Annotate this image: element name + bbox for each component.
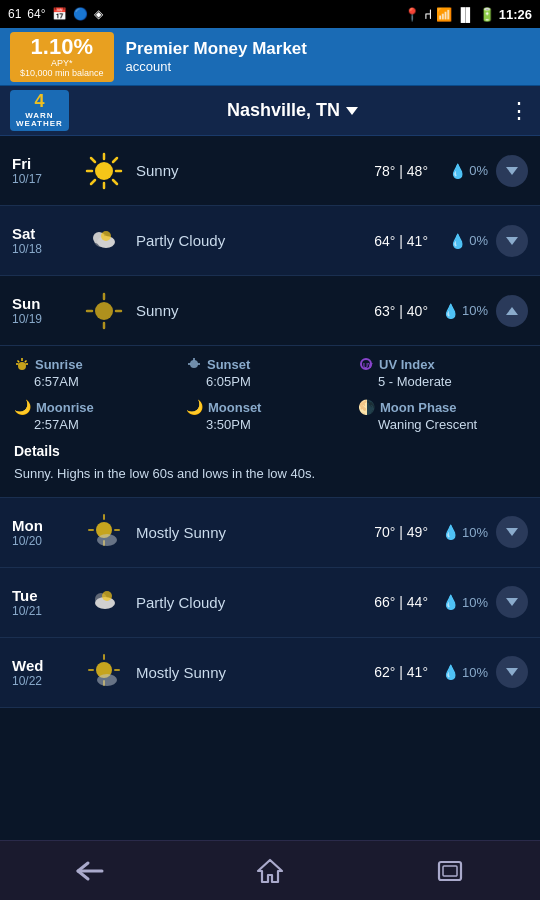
forecast-condition-sat: Partly Cloudy [136,232,374,249]
drop-icon-mon: 💧 [442,524,459,540]
forecast-date-wed: Wed 10/22 [12,657,72,688]
chevron-sat[interactable] [496,225,528,257]
forecast-datestr-mon: 10/20 [12,534,72,548]
status-calendar: 📅 [52,7,67,21]
svg-line-7 [113,158,117,162]
detail-moonrise: 🌙 Moonrise 2:57AM [14,399,182,432]
detail-text-section: Details Sunny. Highs in the low 60s and … [14,442,526,483]
forecast-row-wed[interactable]: Wed 10/22 Mostly Sunny 62° | 41° 💧 10% [0,638,540,708]
svg-line-8 [91,180,95,184]
forecast-datestr-sun: 10/19 [12,312,72,326]
drop-icon-tue: 💧 [442,594,459,610]
forecast-row-fri[interactable]: Fri 10/17 Sunny 78° | 48° [0,136,540,206]
chevron-sun[interactable] [496,295,528,327]
drop-icon-wed: 💧 [442,664,459,680]
forecast-icon-tue [80,578,128,626]
forecast-condition-wed: Mostly Sunny [136,664,374,681]
header-menu-button[interactable]: ⋮ [508,98,530,124]
detail-uv: UV UV Index 5 - Moderate [358,356,526,389]
chevron-tue[interactable] [496,586,528,618]
status-battery-icon: 🔋 [479,7,495,22]
status-right: 📍 ⑁ 📶 ▐▌ 🔋 11:26 [404,7,532,22]
svg-line-23 [25,361,27,363]
moon-phase-icon: 🌗 [358,399,375,415]
sunset-label-row: Sunset [186,356,250,372]
status-wifi-icon: 📶 [436,7,452,22]
status-bt-icon: ⑁ [424,7,432,22]
sunrise-label: Sunrise [35,357,83,372]
svg-point-38 [102,591,112,601]
app-header: 4 WARN WEATHER Nashville, TN ⋮ [0,86,540,136]
chevron-mon[interactable] [496,516,528,548]
uv-icon: UV [358,356,374,372]
logo-weather: WEATHER [16,120,63,129]
svg-point-18 [18,362,26,370]
chevron-wed[interactable] [496,656,528,688]
chevron-down-icon [506,237,518,245]
svg-point-44 [97,674,117,686]
city-dropdown-arrow[interactable] [346,107,358,115]
status-signal-icon: ▐▌ [456,7,474,22]
ad-banner[interactable]: 1.10% APY* $10,000 min balance Premier M… [0,28,540,86]
uv-label-row: UV UV Index [358,356,435,372]
forecast-row-sun[interactable]: Sun 10/19 Sunny 63° | 40° 💧 10% [0,276,540,346]
sunrise-label-row: Sunrise [14,356,83,372]
moon-phase-label: Moon Phase [380,400,457,415]
ad-title: Premier Money Market [126,39,307,59]
forecast-icon-sat [80,217,128,265]
forecast-row-tue[interactable]: Tue 10/21 Partly Cloudy 66° | 44° 💧 10% [0,568,540,638]
nav-recent-button[interactable] [420,849,480,893]
forecast-precip-mon: 💧 10% [436,524,488,540]
app-logo: 4 WARN WEATHER [10,90,69,131]
detail-sunset: Sunset 6:05PM [186,356,354,389]
nav-back-button[interactable] [60,849,120,893]
header-city[interactable]: Nashville, TN [77,100,508,121]
status-bar: 61 64° 📅 🔵 ◈ 📍 ⑁ 📶 ▐▌ 🔋 11:26 [0,0,540,28]
back-icon [74,859,106,883]
sunset-value: 6:05PM [186,374,251,389]
detail-moon-phase: 🌗 Moon Phase Waning Crescent [358,399,526,432]
chevron-up-icon [506,307,518,315]
forecast-temps-mon: 70° | 49° [374,524,428,540]
ad-rate: 1.10% [20,36,104,58]
sunrise-value: 6:57AM [14,374,79,389]
sunset-icon [186,356,202,372]
detail-panel-sun: Sunrise 6:57AM Sunset 6:05PM [0,346,540,498]
forecast-row-sat[interactable]: Sat 10/18 Partly Cloudy 64° | 41° 💧 0% [0,206,540,276]
forecast-precip-sat: 💧 0% [436,233,488,249]
forecast-temps-fri: 78° | 48° [374,163,428,179]
forecast-precip-tue: 💧 10% [436,594,488,610]
moonset-value: 3:50PM [186,417,251,432]
svg-point-13 [95,302,113,320]
forecast-date-tue: Tue 10/21 [12,587,72,618]
forecast-condition-tue: Partly Cloudy [136,594,374,611]
forecast-precip-wed: 💧 10% [436,664,488,680]
status-temp: 64° [27,7,45,21]
moon-phase-label-row: 🌗 Moon Phase [358,399,457,415]
forecast-row-mon[interactable]: Mon 10/20 Mostly Sunny 70° | 49° 💧 10% [0,498,540,568]
svg-text:UV: UV [363,362,373,369]
forecast-temps-tue: 66° | 44° [374,594,428,610]
chevron-fri[interactable] [496,155,528,187]
forecast-temps-sun: 63° | 40° [374,303,428,319]
svg-point-24 [190,360,198,368]
uv-label: UV Index [379,357,435,372]
moonrise-label-row: 🌙 Moonrise [14,399,94,415]
forecast-day-sun: Sun [12,295,72,312]
detail-sunrise: Sunrise 6:57AM [14,356,182,389]
drop-icon-sun: 💧 [442,303,459,319]
svg-line-22 [18,361,20,363]
svg-rect-48 [443,866,457,876]
chevron-down-icon [506,598,518,606]
city-name: Nashville, TN [227,100,340,121]
forecast-day-wed: Wed [12,657,72,674]
forecast-date-fri: Fri 10/17 [12,155,72,186]
nav-home-button[interactable] [240,849,300,893]
chevron-down-icon [506,668,518,676]
sunset-label: Sunset [207,357,250,372]
forecast-day-sat: Sat [12,225,72,242]
forecast-condition-sun: Sunny [136,302,374,319]
status-location-icon: 📍 [404,7,420,22]
forecast-day-fri: Fri [12,155,72,172]
forecast-temps-wed: 62° | 41° [374,664,428,680]
